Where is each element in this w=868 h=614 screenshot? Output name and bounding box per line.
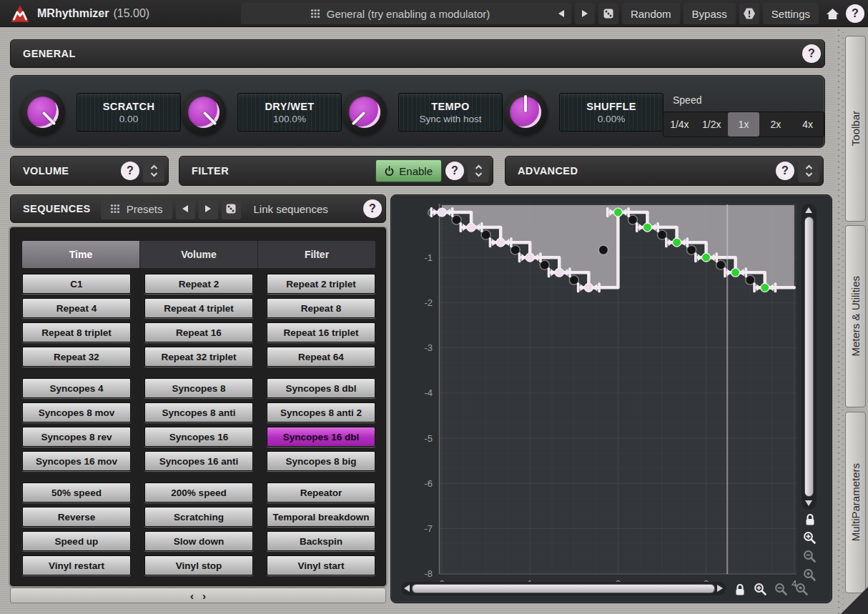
sequence-button-repeat-16-triplet[interactable]: Repeat 16 triplet [267, 322, 375, 342]
sequence-button-repeat-8-triplet[interactable]: Repeat 8 triplet [22, 322, 131, 342]
sequence-button-syncopes-16-dbl[interactable]: Syncopes 16 dbl [267, 427, 375, 447]
sequence-button-repeator[interactable]: Repeator [267, 482, 375, 502]
settings-button[interactable]: Settings [763, 3, 819, 24]
vertical-zoom-fit-button[interactable] [803, 568, 817, 582]
filter-collapse-button[interactable] [468, 159, 489, 182]
tab-filter[interactable]: Filter [258, 241, 375, 268]
horizontal-zoom-in-button[interactable] [754, 583, 767, 596]
advanced-help-button[interactable]: ? [776, 162, 794, 180]
sequence-button-vinyl-stop[interactable]: Vinyl stop [144, 555, 253, 575]
vertical-zoom-in-button[interactable] [803, 531, 817, 545]
sequence-button-repeat-32-triplet[interactable]: Repeat 32 triplet [144, 347, 253, 367]
sequence-button-200-speed[interactable]: 200% speed [144, 482, 253, 502]
sequence-button-syncopes-8-mov[interactable]: Syncopes 8 mov [22, 402, 131, 422]
previous-preset-button[interactable] [551, 3, 571, 24]
shuffle-display[interactable]: SHUFFLE0.00% [559, 93, 664, 132]
notification-button[interactable] [739, 3, 759, 24]
sequence-button-backspin[interactable]: Backspin [267, 531, 375, 551]
speed-option-1x[interactable]: 1x [728, 112, 760, 137]
filter-help-button[interactable]: ? [445, 162, 464, 180]
horizontal-scroll-thumb[interactable] [412, 584, 715, 593]
shuffle-knob[interactable] [503, 90, 548, 134]
sequence-button-scratching[interactable]: Scratching [144, 507, 253, 527]
sequence-button-vinyl-start[interactable]: Vinyl start [267, 555, 375, 575]
sequences-help-button[interactable]: ? [363, 199, 382, 218]
tab-time[interactable]: Time [22, 241, 140, 268]
randomize-dice-button[interactable] [598, 3, 618, 24]
tab-volume[interactable]: Volume [140, 241, 258, 268]
rail-tab-toolbar[interactable]: Toolbar [845, 36, 866, 222]
vertical-lock-button[interactable] [803, 513, 817, 526]
sequence-button-repeat-4[interactable]: Repeat 4 [22, 298, 131, 318]
sequence-step-graph[interactable]: 0-1-2-3-4-5-6-7-801234 [391, 195, 833, 604]
sequence-button-repeat-32[interactable]: Repeat 32 [22, 347, 131, 367]
filter-enable-button[interactable]: Enable [375, 159, 442, 182]
filter-panel-header: FILTER Enable ? [179, 156, 493, 186]
graph-vertical-scrollbar[interactable] [802, 204, 817, 510]
sequence-button-syncopes-8[interactable]: Syncopes 8 [144, 378, 253, 398]
speed-option-1-2x[interactable]: 1/2x [696, 112, 728, 137]
sequence-button-temporal-breakdown[interactable]: Temporal breakdown [267, 507, 375, 527]
sequence-randomize-button[interactable] [222, 198, 241, 219]
speed-option-1-4x[interactable]: 1/4x [664, 112, 696, 137]
dry-wet-display[interactable]: DRY/WET100.0% [237, 93, 342, 132]
dry-wet-knob[interactable] [182, 90, 226, 134]
sequence-button-50-speed[interactable]: 50% speed [22, 482, 131, 502]
preset-selector[interactable]: General (try enabling a modulator) [241, 3, 559, 24]
home-button[interactable] [822, 3, 842, 24]
sequence-previous-button[interactable] [176, 198, 195, 219]
scroll-down-icon[interactable] [805, 500, 812, 506]
help-button[interactable]: ? [846, 4, 864, 23]
sequence-button-syncopes-8-dbl[interactable]: Syncopes 8 dbl [267, 378, 375, 398]
sequence-button-repeat-4-triplet[interactable]: Repeat 4 triplet [144, 298, 253, 318]
sequence-button-syncopes-8-anti[interactable]: Syncopes 8 anti [144, 402, 253, 422]
sequence-button-repeat-8[interactable]: Repeat 8 [267, 298, 375, 318]
scratch-knob[interactable] [21, 90, 65, 134]
next-preset-button[interactable] [575, 3, 595, 24]
random-button[interactable]: Random [622, 3, 680, 24]
general-help-button[interactable]: ? [802, 44, 821, 63]
volume-collapse-button[interactable] [143, 159, 164, 182]
bypass-button[interactable]: Bypass [684, 3, 736, 24]
speed-option-4x[interactable]: 4x [791, 112, 824, 137]
sequence-button-slow-down[interactable]: Slow down [144, 531, 253, 551]
scroll-up-icon[interactable] [805, 207, 812, 213]
sequence-button-c1[interactable]: C1 [22, 274, 131, 294]
sequence-button-repeat-64[interactable]: Repeat 64 [267, 347, 375, 367]
scratch-display[interactable]: SCRATCH0.00 [77, 93, 181, 132]
sequence-button-syncopes-8-rev[interactable]: Syncopes 8 rev [22, 427, 131, 447]
speed-option-2x[interactable]: 2x [759, 112, 791, 137]
sequence-button-vinyl-restart[interactable]: Vinyl restart [22, 555, 131, 575]
horizontal-zoom-out-button[interactable] [774, 583, 788, 596]
advanced-collapse-button[interactable] [798, 159, 819, 182]
sequence-button-syncopes-8-anti-2[interactable]: Syncopes 8 anti 2 [267, 402, 375, 422]
sequence-next-button[interactable] [199, 198, 218, 219]
sequence-button-syncopes-16[interactable]: Syncopes 16 [144, 427, 253, 447]
resize-grip[interactable] [841, 587, 868, 614]
sequences-horizontal-scrollbar[interactable]: ‹ › [10, 588, 386, 603]
sequence-button-syncopes-16-anti[interactable]: Syncopes 16 anti [144, 451, 253, 471]
vertical-scroll-thumb[interactable] [804, 217, 814, 497]
sequence-button-reverse[interactable]: Reverse [22, 507, 131, 527]
rail-tab-meters-utilities[interactable]: Meters & Utilities [845, 225, 866, 407]
volume-help-button[interactable]: ? [121, 162, 139, 180]
sequence-button-syncopes-8-big[interactable]: Syncopes 8 big [267, 451, 375, 471]
scroll-right-icon[interactable] [717, 585, 723, 592]
sequence-button-syncopes-4[interactable]: Syncopes 4 [22, 378, 131, 398]
sequence-button-repeat-16[interactable]: Repeat 16 [144, 322, 253, 342]
sequence-button-speed-up[interactable]: Speed up [22, 531, 131, 551]
tempo-display[interactable]: TEMPOSync with host [398, 93, 503, 132]
graph-horizontal-scrollbar[interactable] [401, 582, 726, 595]
link-sequences-toggle[interactable]: Link sequences [254, 203, 328, 215]
rail-tab-multiparameters[interactable]: MultiParameters [845, 412, 866, 593]
scroll-left-icon[interactable] [404, 585, 410, 592]
sequence-button-repeat-2-triplet[interactable]: Repeat 2 triplet [267, 274, 375, 294]
sequence-button-repeat-2[interactable]: Repeat 2 [144, 274, 253, 294]
horizontal-zoom-fit-button[interactable] [795, 583, 809, 596]
tempo-knob[interactable] [342, 90, 387, 134]
horizontal-lock-button[interactable] [733, 583, 746, 596]
curve-midpoint-handle[interactable] [598, 245, 608, 254]
vertical-zoom-out-button[interactable] [803, 550, 817, 563]
sequence-button-syncopes-16-mov[interactable]: Syncopes 16 mov [22, 451, 131, 471]
sequence-presets-button[interactable]: Presets [101, 198, 172, 219]
